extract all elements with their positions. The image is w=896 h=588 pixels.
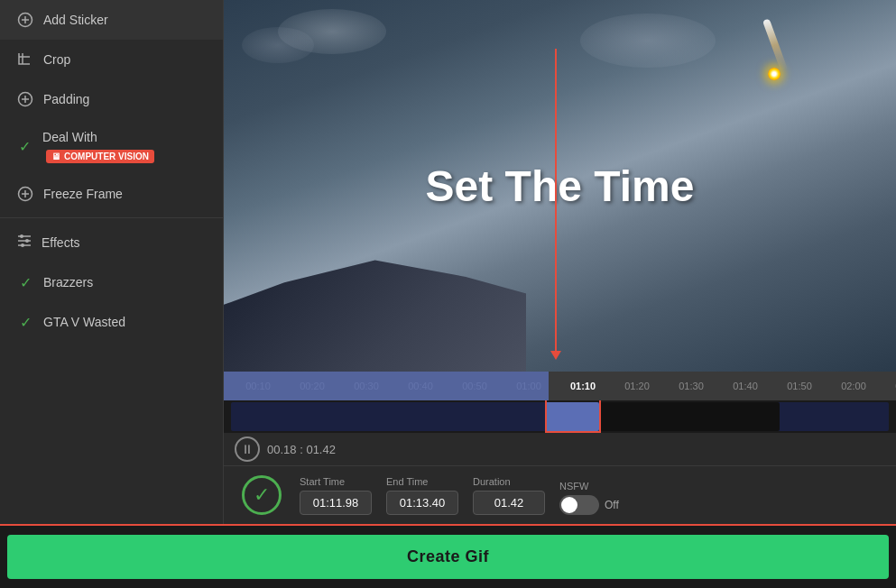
time-label-02:10: 02:10 [881,381,896,391]
end-time-label: End Time [386,476,458,487]
bottom-bar: ✓ Start Time End Time Duration NSFW [224,465,896,524]
freeze-frame-icon [16,185,34,203]
nsfw-toggle-switch: Off [559,495,619,515]
time-label-01:20: 01:20 [610,381,664,391]
sidebar-item-crop[interactable]: Crop [0,40,223,79]
video-preview: Set The Time [224,0,896,372]
nsfw-toggle[interactable] [559,495,599,515]
start-time-input[interactable] [300,491,372,515]
sidebar-label-deal-with: Deal With [42,130,97,144]
play-pause-button[interactable]: ⏸ [235,436,260,462]
nsfw-label: NSFW [559,481,619,492]
sidebar-item-gta-v-wasted[interactable]: ✓ GTA V Wasted [0,302,223,342]
nsfw-group: NSFW Off [559,481,619,515]
brazzers-check-icon: ✓ [16,273,34,291]
sidebar-item-deal-with[interactable]: ✓ Deal With 🖥 COMPUTER VISION [0,119,223,174]
controls-row: ⏸ 00.18 : 01.42 [224,433,896,465]
effects-header: Effects [0,222,223,262]
sidebar-item-freeze-frame[interactable]: Freeze Frame [0,174,223,214]
check-icon: ✓ [16,138,33,156]
video-text-overlay: Set The Time [426,161,695,211]
start-time-field: Start Time [300,476,372,515]
sidebar: Add Sticker Crop Padding [0,0,224,524]
sidebar-label-padding: Padding [43,92,89,106]
deal-with-row: Deal With 🖥 COMPUTER VISION [42,130,207,163]
track-bar[interactable] [224,400,896,433]
effects-icon [16,233,32,252]
track-clip-selected [545,402,599,431]
confirm-button[interactable]: ✓ [242,475,282,515]
svg-point-16 [21,243,24,247]
create-gif-button[interactable]: Create Gif [7,535,889,579]
sidebar-label-crop: Crop [43,52,70,67]
sidebar-label-gta: GTA V Wasted [43,315,125,329]
sidebar-label-freeze-frame: Freeze Frame [43,187,123,201]
badge-label: COMPUTER VISION [64,152,149,161]
time-label-01:40: 01:40 [718,381,772,391]
time-label-02:00: 02:00 [827,381,881,391]
duration-field: Duration [473,476,545,515]
video-background: Set The Time [224,0,896,372]
badge-icon: 🖥 [51,152,60,161]
end-time-input[interactable] [386,491,458,515]
duration-input[interactable] [473,491,545,515]
time-display: 00.18 : 01.42 [267,443,336,456]
sidebar-item-padding[interactable]: Padding [0,79,223,119]
sidebar-item-add-sticker[interactable]: Add Sticker [0,0,223,40]
timeline-ruler[interactable]: 00:10 00:20 00:30 00:40 00:50 01:00 01:1… [224,372,896,400]
gta-check-icon: ✓ [16,313,34,331]
padding-icon [16,90,34,108]
divider [0,217,223,218]
terrain-visual [224,260,526,372]
track-dark-block [599,402,780,431]
computer-vision-badge: 🖥 COMPUTER VISION [46,150,154,163]
duration-label: Duration [473,476,545,487]
play-pause-icon: ⏸ [241,442,254,456]
svg-point-14 [20,234,23,238]
timeline-progress [224,372,549,400]
crop-icon [16,51,34,69]
time-label-01:30: 01:30 [664,381,718,391]
time-total: 01.42 [306,443,336,456]
nsfw-toggle-label: Off [605,499,619,511]
time-label-01:50: 01:50 [772,381,827,391]
confirm-icon: ✓ [254,483,270,507]
start-time-label: Start Time [300,476,372,487]
effects-label: Effects [42,235,80,250]
time-label-01:10: 01:10 [556,381,610,391]
svg-point-15 [25,239,29,243]
sidebar-label-brazzers: Brazzers [43,275,93,289]
end-time-field: End Time [386,476,458,515]
sidebar-item-brazzers[interactable]: ✓ Brazzers [0,262,223,302]
video-overlay-text: Set The Time [426,162,695,210]
meteor-visual [752,18,788,90]
circle-plus-icon [16,11,34,29]
sidebar-label-add-sticker: Add Sticker [43,13,108,27]
time-field-group: Start Time End Time Duration NSFW Off [300,476,619,515]
time-current: 00.18 [267,443,297,456]
content-area: Set The Time 00:10 00:20 00:30 00:40 00:… [224,0,896,524]
create-gif-bar: Create Gif [0,524,896,588]
